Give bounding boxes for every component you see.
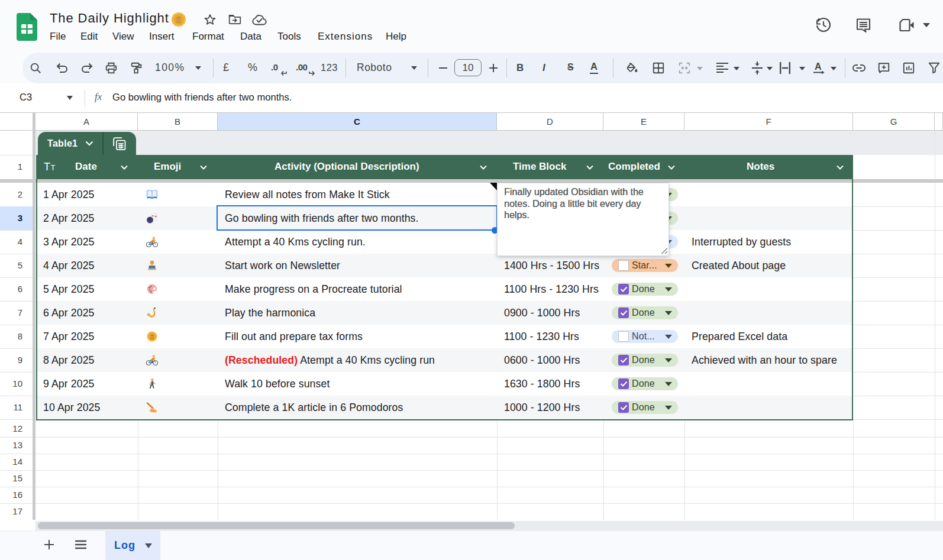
svg-text:T: T (51, 163, 56, 172)
svg-text:T: T (44, 161, 50, 173)
svg-text:A: A (815, 61, 822, 72)
